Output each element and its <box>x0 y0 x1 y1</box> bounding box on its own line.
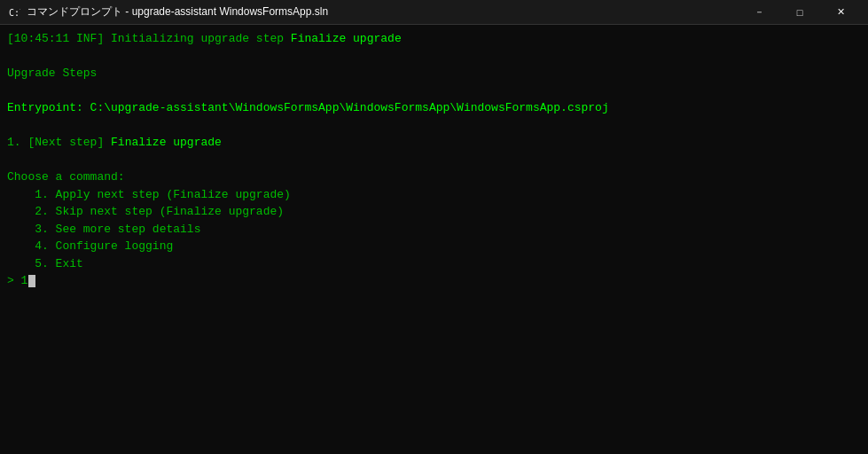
app-icon: C:\ <box>7 5 21 20</box>
cmd-option-1: 1. Apply next step (Finalize upgrade) <box>7 186 861 204</box>
entrypoint-line: Entrypoint: C:\upgrade-assistant\Windows… <box>7 99 861 117</box>
input-prompt-line: > 1 <box>7 272 861 290</box>
blank-4 <box>7 152 861 169</box>
maximize-button[interactable]: □ <box>779 0 820 25</box>
blank-1 <box>7 48 861 66</box>
prompt-symbol: > 1 <box>7 272 27 290</box>
upgrade-steps-label: Upgrade Steps <box>7 65 861 82</box>
minimize-button[interactable]: － <box>739 0 779 25</box>
next-step-line: 1. [Next step] Finalize upgrade <box>7 134 861 152</box>
window-controls: － □ ✕ <box>739 0 861 25</box>
titlebar: C:\ コマンドプロンプト - upgrade-assistant Window… <box>0 0 868 25</box>
log-prefix: [10:45:11 INF] Initializing upgrade step <box>7 32 291 45</box>
log-finalize: Finalize upgrade <box>291 32 402 45</box>
blank-2 <box>7 82 861 100</box>
close-button[interactable]: ✕ <box>820 0 861 25</box>
log-line: [10:45:11 INF] Initializing upgrade step… <box>7 30 861 48</box>
cmd-option-4: 4. Configure logging <box>7 238 861 255</box>
blank-3 <box>7 117 861 135</box>
terminal-window: [10:45:11 INF] Initializing upgrade step… <box>0 25 868 454</box>
cursor-block <box>28 275 35 287</box>
window-title: コマンドプロンプト - upgrade-assistant WindowsFor… <box>27 4 739 20</box>
cmd-option-5: 5. Exit <box>7 255 861 273</box>
cmd-option-2: 2. Skip next step (Finalize upgrade) <box>7 203 861 221</box>
svg-text:C:\: C:\ <box>9 8 20 18</box>
cmd-option-3: 3. See more step details <box>7 221 861 239</box>
choose-command-label: Choose a command: <box>7 168 861 186</box>
window: C:\ コマンドプロンプト - upgrade-assistant Window… <box>0 0 868 454</box>
